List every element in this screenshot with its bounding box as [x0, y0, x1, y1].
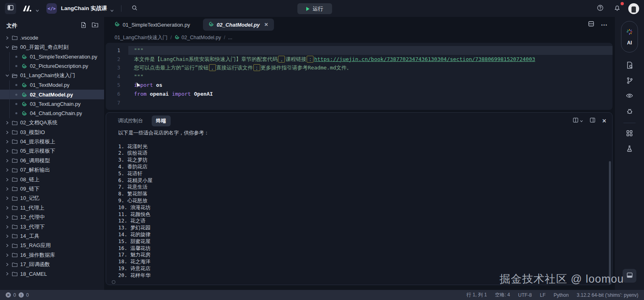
statusbar-item[interactable]: LF: [540, 292, 546, 298]
tree-folder[interactable]: 14_工具: [0, 231, 104, 241]
panel-position-icon[interactable]: [590, 117, 596, 125]
test-button[interactable]: [623, 143, 636, 156]
tree-folder[interactable]: 02_文档QA系统: [0, 118, 104, 128]
tree-folder[interactable]: 10_记忆: [0, 194, 104, 203]
avatar[interactable]: [628, 3, 639, 14]
breadcrumb-file[interactable]: 02_ChatModel.py: [175, 35, 221, 41]
titlebar: </> LangChain 实战课 运行: [0, 0, 644, 17]
new-folder-icon[interactable]: [92, 22, 98, 30]
notifications-button[interactable]: [611, 3, 623, 14]
command-decoration-icon: [112, 280, 115, 284]
code-token: openai: [146, 91, 172, 97]
tree-file[interactable]: 01_TextModel.py: [0, 80, 104, 90]
source-control-button[interactable]: [623, 74, 636, 88]
tree-folder[interactable]: 17_回调函数: [0, 260, 104, 269]
line-number: 2: [106, 55, 120, 64]
run-button-label: 运行: [313, 5, 323, 13]
new-file-icon[interactable]: [80, 22, 87, 30]
tree-folder[interactable]: 09_链下: [0, 184, 104, 193]
tree-file[interactable]: 03_TextLangChain.py: [0, 99, 104, 109]
search-button[interactable]: [129, 3, 140, 14]
file-search-button[interactable]: [623, 59, 636, 73]
python-file-icon: [115, 21, 120, 28]
tree-file[interactable]: 04_ChatLongChain.py: [0, 109, 104, 118]
terminal-output[interactable]: 以下是一些适合花店的名字，供你参考： 1. 花漾时光2. 缤纷花语3. 花之梦坊…: [106, 129, 612, 285]
folder-icon: [10, 120, 19, 126]
toggle-sidebar-button[interactable]: [5, 3, 16, 14]
file-dot: [15, 65, 17, 67]
chevron-right-icon: [4, 234, 10, 238]
code-line: 本文件是【LangChain系统安装和快速入门】章节的配套代码，课程链接：htt…: [128, 55, 613, 64]
code-token: 本文件是【LangChain系统安装和快速入门】章节的配套代码: [134, 56, 278, 62]
file-dot: [15, 84, 17, 86]
help-button[interactable]: [594, 3, 606, 14]
chevron-right-icon: [4, 206, 10, 210]
panel-layout-menu[interactable]: [573, 117, 583, 125]
statusbar-item[interactable]: 3.12.2 64-bit ('shims': pyenv): [577, 292, 638, 298]
tree-file[interactable]: 02_ChatModel.py: [0, 90, 104, 99]
code-token[interactable]: https://juejin.cn/book/73877023474361303…: [314, 56, 535, 62]
split-editor-icon[interactable]: [588, 21, 594, 29]
app-logo[interactable]: [22, 4, 32, 13]
close-panel-icon[interactable]: ✕: [602, 118, 606, 124]
workspace-name[interactable]: LangChain 实战课: [61, 5, 107, 12]
tree-folder[interactable]: 16_操作数据库: [0, 250, 104, 260]
editor-more-actions-icon[interactable]: ⋯: [601, 21, 608, 29]
tree-folder[interactable]: 15_RAG应用: [0, 241, 104, 250]
terminal-list-item: 20. 花样年华: [118, 272, 604, 279]
tree-folder[interactable]: 04_提示模板上: [0, 137, 104, 146]
panel-tab[interactable]: 终端: [152, 115, 171, 126]
run-button[interactable]: 运行: [297, 3, 332, 14]
folder-icon: [10, 177, 19, 182]
tree-item-label: .vscode: [20, 35, 38, 41]
logo-chevron-down-icon[interactable]: [36, 7, 39, 10]
tree-folder[interactable]: 03_模型IO: [0, 128, 104, 137]
tree-folder[interactable]: 00_开篇词_奇点时刻: [0, 42, 104, 52]
ai-assistant-button[interactable]: AI: [621, 21, 638, 52]
editor-tab[interactable]: 01_SimpleTextGeneration.py: [109, 19, 196, 31]
terminal-scrollbar[interactable]: [609, 161, 611, 285]
terminal-prompt[interactable]: (shims) ➜ LangChain-shizhanke: [118, 279, 604, 285]
tree-item-label: 01_LangChain快速入门: [20, 72, 75, 79]
gutter: 1234567: [106, 46, 128, 110]
toggle-panel-button[interactable]: [623, 269, 636, 283]
tree-folder[interactable]: 08_链上: [0, 175, 104, 184]
chevron-right-icon: [4, 178, 10, 182]
tree-folder[interactable]: 06_调用模型: [0, 156, 104, 165]
breadcrumb-folder[interactable]: 01_LangChain快速入门: [115, 34, 167, 41]
terminal-list-item: 1. 花漾时光: [118, 143, 604, 150]
chevron-right-icon: [4, 225, 10, 229]
file-dot: [15, 56, 17, 58]
breadcrumb-more[interactable]: ...: [228, 35, 232, 40]
close-tab-icon[interactable]: ✕: [264, 22, 268, 27]
play-icon: [306, 7, 309, 11]
tree-folder[interactable]: 18_CAMEL: [0, 269, 104, 279]
tree-folder[interactable]: 11_代理上: [0, 203, 104, 212]
tree-folder[interactable]: .vscode: [0, 33, 104, 42]
panel-tab[interactable]: 调试控制台: [113, 115, 148, 126]
folder-icon: [10, 73, 19, 78]
statusbar-item[interactable]: 空格: 4: [495, 292, 510, 298]
statusbar-item[interactable]: Python: [554, 292, 569, 298]
tree-folder[interactable]: 12_代理中: [0, 212, 104, 222]
tree-file[interactable]: 01_SimpleTextGeneration.py: [0, 52, 104, 61]
tree-item-label: 13_代理下: [20, 223, 45, 231]
file-dot: [15, 112, 17, 114]
folder-icon: [10, 262, 19, 267]
preview-button[interactable]: [623, 90, 636, 103]
python-file-icon: [20, 111, 28, 116]
tree-folder[interactable]: 13_代理下: [0, 222, 104, 231]
debug-button[interactable]: [623, 105, 636, 119]
tree-folder[interactable]: 01_LangChain快速入门: [0, 71, 104, 80]
problems-status[interactable]: ✕ 0 ! 0: [6, 292, 29, 298]
statusbar-item[interactable]: UTF-8: [518, 292, 532, 298]
statusbar-item[interactable]: 行 1, 列 1: [466, 292, 487, 298]
workspace-chevron-down-icon[interactable]: [110, 7, 114, 10]
editor-tab[interactable]: 02_ChatModel.py✕: [203, 19, 274, 31]
tree-folder[interactable]: 05_提示模板下: [0, 147, 104, 156]
ai-label: AI: [627, 40, 632, 46]
code-editor[interactable]: 1234567 """本文件是【LangChain系统安装和快速入门】章节的配套…: [106, 43, 613, 110]
tree-file[interactable]: 02_PictureDescription.py: [0, 61, 104, 71]
tree-folder[interactable]: 07_解析输出: [0, 165, 104, 174]
extensions-button[interactable]: [623, 127, 636, 141]
